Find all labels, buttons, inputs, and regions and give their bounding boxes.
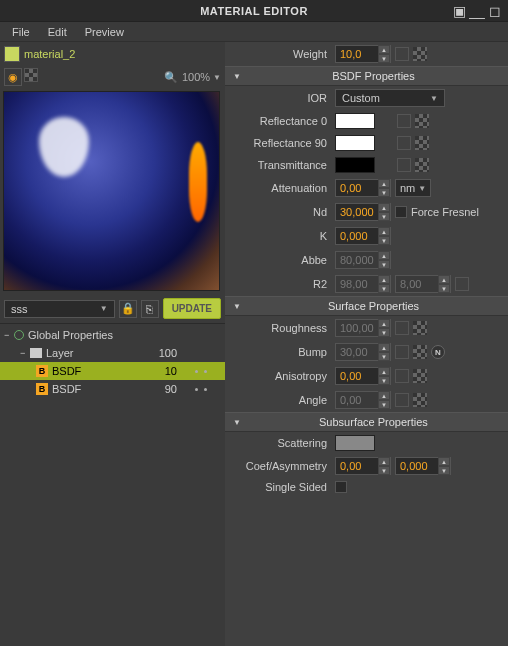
chevron-down-icon: ▼ <box>233 72 241 81</box>
menu-file[interactable]: File <box>4 24 38 40</box>
left-panel: material_2 ◉ 🔍 100% ▼ sss ▼ 🔒 ⎘ UP <box>0 42 225 646</box>
force-fresnel-label: Force Fresnel <box>411 206 479 218</box>
reflectance0-swatch[interactable] <box>335 113 375 129</box>
attenuation-spinner[interactable]: ▲▼ <box>335 179 391 197</box>
tab-icon[interactable] <box>4 46 20 62</box>
tree-layer[interactable]: − Layer 100 <box>0 344 225 362</box>
properties-panel: Weight ▲▼ ▼ BSDF Properties IOR Custom ▼… <box>225 42 508 646</box>
chevron-down-icon: ▼ <box>100 304 108 313</box>
reflectance0-label: Reflectance 0 <box>231 115 331 127</box>
material-preview <box>3 91 220 291</box>
texture-icon[interactable] <box>415 114 429 128</box>
coef-spinner-1[interactable]: ▲▼ <box>335 457 391 475</box>
k-spinner[interactable]: ▲▼ <box>335 227 391 245</box>
k-label: K <box>231 230 331 242</box>
menu-edit[interactable]: Edit <box>40 24 75 40</box>
single-sided-checkbox[interactable] <box>335 481 347 493</box>
abbe-spinner: ▲▼ <box>335 251 391 269</box>
section-surface[interactable]: ▼ Surface Properties <box>225 296 508 316</box>
texture-icon[interactable] <box>415 158 429 172</box>
search-icon[interactable]: 🔍 <box>164 71 178 84</box>
transmittance-swatch[interactable] <box>335 157 375 173</box>
material-name[interactable]: material_2 <box>24 48 75 60</box>
link-icon[interactable] <box>395 393 409 407</box>
texture-icon[interactable] <box>415 136 429 150</box>
folder-icon <box>30 348 42 358</box>
chevron-down-icon: ▼ <box>233 418 241 427</box>
link-icon[interactable] <box>395 321 409 335</box>
tree-bsdf[interactable]: B BSDF 90 <box>0 380 225 398</box>
nd-spinner[interactable]: ▲▼ <box>335 203 391 221</box>
link-icon[interactable] <box>397 158 411 172</box>
reflectance90-label: Reflectance 90 <box>231 137 331 149</box>
texture-icon[interactable] <box>413 393 427 407</box>
maximize-icon[interactable]: ◻ <box>488 4 502 18</box>
angle-spinner: ▲▼ <box>335 391 391 409</box>
bsdf-badge-icon: B <box>36 365 48 377</box>
attenuation-unit-dropdown[interactable]: nm ▼ <box>395 179 431 197</box>
roughness-spinner: ▲▼ <box>335 319 391 337</box>
copy-icon[interactable]: ⎘ <box>141 300 159 318</box>
eye-icon[interactable]: ◉ <box>4 68 22 86</box>
reflectance90-swatch[interactable] <box>335 135 375 151</box>
menu-bar: File Edit Preview <box>0 22 508 42</box>
r2-label: R2 <box>231 278 331 290</box>
tree-global-properties[interactable]: − Global Properties <box>0 326 225 344</box>
preview-mode-icon[interactable] <box>24 68 38 82</box>
section-subsurface[interactable]: ▼ Subsurface Properties <box>225 412 508 432</box>
tree-bsdf-selected[interactable]: B BSDF 10 <box>0 362 225 380</box>
angle-label: Angle <box>231 394 331 406</box>
zoom-dropdown[interactable]: 100% ▼ <box>182 71 221 83</box>
r2-spinner-2: ▲▼ <box>395 275 451 293</box>
chevron-down-icon: ▼ <box>233 302 241 311</box>
update-button[interactable]: UPDATE <box>163 298 221 319</box>
bump-label: Bump <box>231 346 331 358</box>
normal-icon[interactable]: N <box>431 345 445 359</box>
force-fresnel-checkbox[interactable] <box>395 206 407 218</box>
menu-preview[interactable]: Preview <box>77 24 132 40</box>
title-bar: MATERIAL EDITOR ▣ __ ◻ <box>0 0 508 22</box>
chevron-down-icon: ▼ <box>430 94 438 103</box>
texture-icon[interactable] <box>413 345 427 359</box>
section-bsdf[interactable]: ▼ BSDF Properties <box>225 66 508 86</box>
anisotropy-spinner[interactable]: ▲▼ <box>335 367 391 385</box>
coef-label: Coef/Asymmetry <box>231 460 331 472</box>
link-icon[interactable] <box>397 114 411 128</box>
window-controls: ▣ __ ◻ <box>452 4 502 18</box>
scattering-swatch[interactable] <box>335 435 375 451</box>
bump-spinner: ▲▼ <box>335 343 391 361</box>
collapse-icon[interactable]: − <box>20 348 30 358</box>
link-icon[interactable] <box>395 369 409 383</box>
link-icon[interactable] <box>397 136 411 150</box>
scattering-label: Scattering <box>231 437 331 449</box>
globe-icon <box>14 330 24 340</box>
attenuation-label: Attenuation <box>231 182 331 194</box>
link-icon[interactable] <box>395 47 409 61</box>
link-icon[interactable] <box>395 345 409 359</box>
nd-label: Nd <box>231 206 331 218</box>
lock-icon[interactable]: 🔒 <box>119 300 137 318</box>
single-sided-label: Single Sided <box>231 481 331 493</box>
dock-icon[interactable]: ▣ <box>452 4 466 18</box>
link-icon[interactable] <box>455 277 469 291</box>
abbe-label: Abbe <box>231 254 331 266</box>
coef-spinner-2[interactable]: ▲▼ <box>395 457 451 475</box>
ior-label: IOR <box>231 92 331 104</box>
collapse-icon[interactable]: − <box>4 330 14 340</box>
bsdf-badge-icon: B <box>36 383 48 395</box>
layer-tree: − Global Properties − Layer 100 B BSDF 1… <box>0 323 225 646</box>
minimize-icon[interactable]: __ <box>470 4 484 18</box>
r2-spinner-1: ▲▼ <box>335 275 391 293</box>
chevron-down-icon: ▼ <box>418 184 426 193</box>
ior-dropdown[interactable]: Custom ▼ <box>335 89 445 107</box>
weight-label: Weight <box>231 48 331 60</box>
preset-dropdown[interactable]: sss ▼ <box>4 300 115 318</box>
window-title: MATERIAL EDITOR <box>200 5 308 17</box>
roughness-label: Roughness <box>231 322 331 334</box>
texture-icon[interactable] <box>413 369 427 383</box>
transmittance-label: Transmittance <box>231 159 331 171</box>
weight-spinner[interactable]: ▲▼ <box>335 45 391 63</box>
anisotropy-label: Anisotropy <box>231 370 331 382</box>
texture-icon[interactable] <box>413 47 427 61</box>
texture-icon[interactable] <box>413 321 427 335</box>
